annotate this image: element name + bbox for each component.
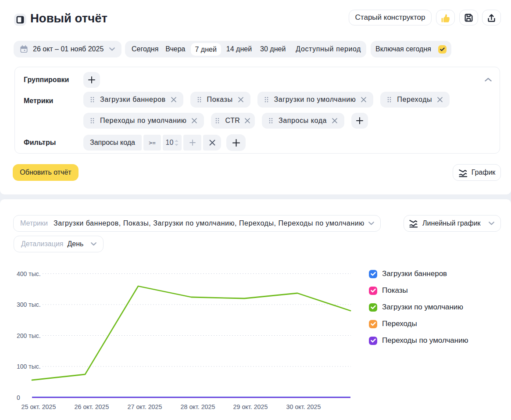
svg-text:300 тыс.: 300 тыс. xyxy=(17,301,41,308)
svg-text:27 окт. 2025: 27 окт. 2025 xyxy=(128,403,162,410)
svg-text:26 окт. 2025: 26 окт. 2025 xyxy=(75,403,109,410)
svg-text:0: 0 xyxy=(17,394,20,401)
svg-text:30 окт. 2025: 30 окт. 2025 xyxy=(286,403,321,410)
svg-text:200 тыс.: 200 тыс. xyxy=(17,332,41,339)
svg-text:29 окт. 2025: 29 окт. 2025 xyxy=(233,403,268,410)
svg-text:25 окт. 2025: 25 окт. 2025 xyxy=(21,403,56,410)
svg-text:28 окт. 2025: 28 окт. 2025 xyxy=(181,403,215,410)
svg-text:400 тыс.: 400 тыс. xyxy=(17,270,41,277)
svg-text:100 тыс.: 100 тыс. xyxy=(17,363,41,370)
